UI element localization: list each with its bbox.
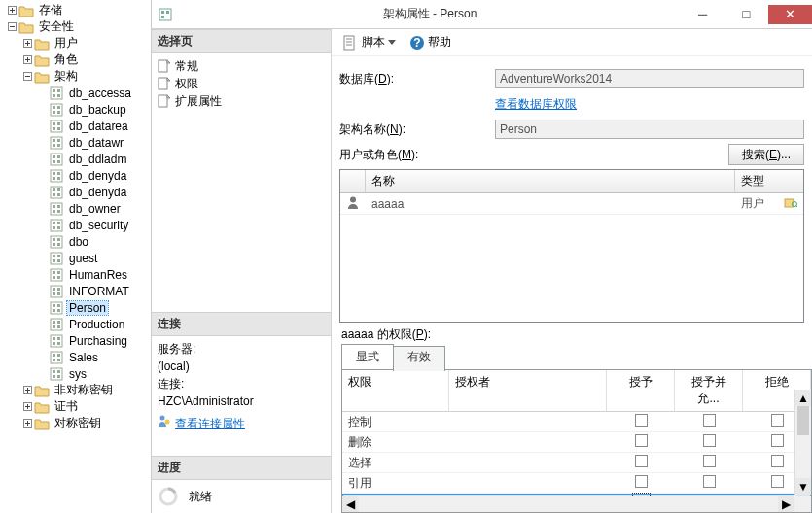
tree-node-schema-item[interactable]: HumanRes — [0, 266, 151, 283]
svg-rect-23 — [51, 120, 62, 132]
page-general[interactable]: 常规 — [158, 57, 325, 75]
search-button[interactable]: 搜索(E)... — [728, 144, 804, 165]
view-db-permissions-link[interactable]: 查看数据库权限 — [495, 96, 577, 113]
tree-node-security[interactable]: 安全性 — [0, 18, 151, 35]
tree-node-schema-item[interactable]: db_ddladm — [0, 151, 151, 167]
tree-node-schema-item[interactable]: db_denyda — [0, 184, 151, 200]
collapse-icon[interactable] — [6, 21, 18, 33]
tree-node-schema-item[interactable]: db_datarea — [0, 118, 151, 134]
browse-icon[interactable] — [784, 196, 797, 211]
vertical-scrollbar[interactable]: ▲ ▼ — [794, 390, 811, 495]
grid-cell-type: 用户 — [741, 195, 764, 212]
expand-icon[interactable] — [21, 401, 33, 413]
deny-checkbox[interactable] — [771, 434, 784, 447]
tree-node-users[interactable]: 用户 — [0, 35, 151, 51]
with-grant-checkbox[interactable] — [703, 455, 716, 467]
col-grantor[interactable]: 授权者 — [449, 370, 607, 411]
tree-node-roles[interactable]: 角色 — [0, 51, 151, 68]
expand-icon[interactable] — [21, 385, 33, 396]
col-name[interactable]: 名称 — [366, 170, 735, 192]
database-field[interactable] — [495, 69, 804, 88]
grant-checkbox[interactable] — [635, 414, 648, 427]
dropdown-icon[interactable] — [388, 40, 396, 45]
col-type[interactable]: 类型 — [735, 170, 803, 192]
tree-node-schemas[interactable]: 架构 — [0, 68, 151, 85]
maximize-button[interactable]: □ — [724, 5, 768, 24]
schema-icon — [49, 135, 64, 151]
schema-name-field[interactable] — [495, 120, 804, 139]
schema-icon — [49, 119, 64, 134]
tree-node-asym-keys[interactable]: 非对称密钥 — [0, 382, 151, 398]
tree-node-schema-item[interactable]: db_datawr — [0, 134, 151, 151]
tree-node-schema-item[interactable]: guest — [0, 250, 151, 266]
tree-node-schema-item[interactable]: dbo — [0, 233, 151, 250]
tree-node-schema-item[interactable]: db_denyda — [0, 167, 151, 184]
tree-node-schema-item[interactable]: Production — [0, 316, 151, 332]
page-permissions[interactable]: 权限 — [158, 75, 325, 92]
expand-icon[interactable] — [21, 54, 33, 66]
svg-rect-31 — [53, 144, 55, 147]
scroll-thumb[interactable] — [797, 406, 809, 435]
users-roles-grid[interactable]: 名称 类型 aaaaa 用户 — [339, 169, 804, 323]
tree-node-sym-keys[interactable]: 对称密钥 — [0, 415, 151, 431]
with-grant-checkbox[interactable] — [703, 434, 716, 447]
close-button[interactable]: ✕ — [768, 5, 812, 24]
svg-rect-48 — [51, 203, 62, 215]
grant-checkbox[interactable] — [635, 434, 648, 447]
deny-checkbox[interactable] — [771, 475, 784, 488]
permission-row[interactable]: 删除 — [342, 432, 811, 453]
grant-checkbox[interactable] — [635, 475, 648, 488]
tree-node-schema-item[interactable]: sys — [0, 365, 151, 382]
svg-rect-42 — [57, 177, 60, 180]
minimize-button[interactable]: ─ — [681, 5, 724, 24]
tree-node-certs[interactable]: 证书 — [0, 398, 151, 415]
expand-icon[interactable] — [6, 5, 18, 17]
tree-node-schema-item[interactable]: Purchasing — [0, 332, 151, 349]
tree-label: db_datarea — [67, 120, 130, 133]
titlebar[interactable]: 架构属性 - Person ─ □ ✕ — [152, 0, 812, 29]
database-label: 数据库(D): — [339, 71, 485, 87]
svg-text:?: ? — [413, 36, 420, 50]
tree-node-storage[interactable]: 存储 — [0, 2, 151, 18]
grant-checkbox[interactable] — [635, 455, 648, 467]
script-button[interactable]: 脚本 — [339, 32, 400, 52]
tree-label: db_backup — [67, 103, 128, 117]
col-permission[interactable]: 权限 — [342, 370, 449, 411]
view-connection-link[interactable]: 查看连接属性 — [175, 415, 245, 432]
scroll-up-icon[interactable]: ▲ — [795, 390, 811, 406]
scroll-left-icon[interactable]: ◀ — [342, 496, 359, 512]
tab-effective[interactable]: 有效 — [393, 346, 445, 371]
deny-checkbox[interactable] — [771, 455, 784, 467]
expand-icon[interactable] — [21, 38, 33, 50]
help-button[interactable]: ? 帮助 — [406, 32, 455, 52]
tree-node-schema-item[interactable]: db_backup — [0, 101, 151, 118]
tab-explicit[interactable]: 显式 — [341, 344, 394, 369]
object-explorer-tree[interactable]: 存储 安全性 用户 角色 架构 db_accessadb_backupdb_da… — [0, 0, 152, 513]
progress-header: 进度 — [152, 456, 331, 480]
scroll-down-icon[interactable]: ▼ — [795, 478, 811, 495]
scroll-right-icon[interactable]: ▶ — [778, 496, 794, 512]
horizontal-scrollbar[interactable]: ◀ ▶ — [342, 496, 794, 512]
grid-row[interactable]: aaaaa 用户 — [340, 193, 803, 215]
permission-row[interactable]: 选择 — [342, 453, 811, 473]
svg-rect-88 — [51, 335, 62, 347]
collapse-icon[interactable] — [21, 71, 33, 83]
perm-name: 选择 — [342, 455, 449, 471]
permission-row[interactable]: 引用 — [342, 473, 811, 494]
tree-node-schema-item[interactable]: db_owner — [0, 200, 151, 217]
tree-node-schema-item[interactable]: INFORMAT — [0, 283, 151, 299]
expand-icon[interactable] — [21, 418, 33, 429]
with-grant-checkbox[interactable] — [703, 414, 716, 427]
permissions-grid[interactable]: 权限 授权者 授予 授予并允... 拒绝 控制删除选择引用执行 ▲ ▼ ◀ ▶ — [341, 369, 812, 513]
tree-node-schema-item[interactable]: Person — [0, 299, 151, 316]
tree-node-schema-item[interactable]: Sales — [0, 349, 151, 365]
col-with-grant[interactable]: 授予并允... — [675, 370, 743, 411]
page-extended[interactable]: 扩展属性 — [158, 92, 325, 110]
deny-checkbox[interactable] — [771, 414, 784, 427]
with-grant-checkbox[interactable] — [703, 475, 716, 488]
permission-row[interactable]: 控制 — [342, 412, 811, 432]
tree-node-schema-item[interactable]: db_accessa — [0, 85, 151, 101]
tree-node-schema-item[interactable]: db_security — [0, 217, 151, 233]
col-grant[interactable]: 授予 — [607, 370, 675, 411]
dialog-left-pane: 选择页 常规 权限 扩展属性 连接 服务器: (local) 连接: HZC\A… — [152, 29, 332, 513]
